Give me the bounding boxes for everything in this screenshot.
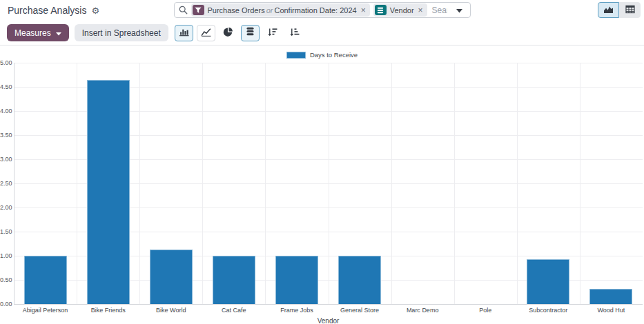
remove-groupby-icon[interactable]: × xyxy=(418,6,424,14)
filter-facet: Purchase OrdersorConfirmation Date: 2024… xyxy=(191,3,370,17)
insert-in-spreadsheet-button[interactable]: Insert in Spreadsheet xyxy=(75,24,168,41)
y-tick-label: 1.00 xyxy=(0,252,12,259)
stacked-icon xyxy=(246,27,255,39)
filter-facet-label: Purchase OrdersorConfirmation Date: 2024 xyxy=(208,6,357,14)
purchase-analysis-graph-view: Purchase Analysis ⚙ Purchase OrdersorCon… xyxy=(0,0,644,324)
x-tick-label: General Store xyxy=(329,307,391,314)
line-chart-icon xyxy=(201,28,211,39)
chevron-down-icon xyxy=(456,5,462,15)
bar-bike-world[interactable] xyxy=(150,250,193,304)
bar-cat-cafe[interactable] xyxy=(213,256,255,304)
view-switcher xyxy=(598,2,641,18)
sort-descending-button[interactable] xyxy=(263,25,282,41)
search-input[interactable] xyxy=(431,5,449,16)
bar-chart-button[interactable] xyxy=(175,25,193,41)
control-panel-top: Purchase Analysis ⚙ Purchase OrdersorCon… xyxy=(0,0,644,21)
x-axis: Abigail PetersonBike FriendsBike WorldCa… xyxy=(14,307,643,316)
bar-abigail-peterson[interactable] xyxy=(24,256,67,304)
bar-bike-friends[interactable] xyxy=(87,80,130,305)
sort-ascending-button[interactable] xyxy=(285,25,304,41)
y-tick-label: 3.00 xyxy=(0,156,12,163)
y-tick-label: 2.00 xyxy=(0,204,12,211)
v-gridline xyxy=(139,63,140,304)
search-icon xyxy=(179,6,188,14)
bar-chart-icon xyxy=(179,27,189,39)
x-tick-label: Wood Hut xyxy=(580,307,643,314)
search-bar[interactable]: Purchase OrdersorConfirmation Date: 2024… xyxy=(174,2,471,18)
v-gridline xyxy=(329,63,329,304)
y-tick-label: 4.00 xyxy=(0,108,12,114)
x-tick-label: Bike World xyxy=(139,307,202,314)
remove-filter-icon[interactable]: × xyxy=(360,6,367,14)
x-tick-label: Frame Jobs xyxy=(265,307,328,314)
stacked-toggle-button[interactable] xyxy=(241,25,260,41)
graph-view-icon xyxy=(603,5,614,16)
y-tick-label: 1.50 xyxy=(0,228,12,235)
x-tick-label: Marc Demo xyxy=(391,307,454,314)
pivot-view-button[interactable] xyxy=(619,2,641,18)
v-gridline xyxy=(77,63,77,304)
v-gridline xyxy=(517,63,518,304)
pie-chart-icon xyxy=(223,27,233,39)
sort-descending-icon xyxy=(267,28,277,39)
legend-swatch xyxy=(286,52,306,59)
x-tick-label: Subcontractor xyxy=(517,307,580,314)
graph-view-button[interactable] xyxy=(598,2,619,18)
plot-area xyxy=(14,63,643,304)
v-gridline xyxy=(202,63,203,304)
bar-wood-hut[interactable] xyxy=(589,289,632,304)
bar-frame-jobs[interactable] xyxy=(275,256,318,304)
x-tick-label: Abigail Peterson xyxy=(14,307,77,314)
y-tick-label: 2.50 xyxy=(0,180,12,187)
page-title: Purchase Analysis xyxy=(8,5,86,16)
y-tick-label: 0.00 xyxy=(0,301,12,307)
caret-down-icon xyxy=(56,28,61,38)
y-tick-label: 4.50 xyxy=(0,83,12,90)
y-tick-label: 3.50 xyxy=(0,132,12,139)
sort-ascending-icon xyxy=(289,28,300,39)
y-axis-line xyxy=(14,63,14,304)
x-tick-label: Bike Friends xyxy=(77,307,139,314)
breadcrumb: Purchase Analysis ⚙ xyxy=(8,0,99,21)
legend-label: Days to Receive xyxy=(310,51,358,59)
measures-button[interactable]: Measures xyxy=(7,24,69,41)
x-tick-label: Pole xyxy=(454,307,517,314)
pie-chart-button[interactable] xyxy=(219,25,237,41)
v-gridline xyxy=(265,63,266,304)
filter-icon xyxy=(193,5,204,15)
bar-general-store[interactable] xyxy=(338,256,381,304)
control-panel-bottom: Measures Insert in Spreadsheet xyxy=(0,21,644,45)
y-tick-label: 5.00 xyxy=(0,59,12,66)
measures-button-label: Measures xyxy=(14,28,51,38)
bar-subcontractor[interactable] xyxy=(527,259,569,304)
groupby-facet: Vendor × xyxy=(373,3,427,17)
groupby-facet-label: Vendor xyxy=(390,6,414,14)
x-axis-title: Vendor xyxy=(14,317,643,324)
gear-icon[interactable]: ⚙ xyxy=(91,6,99,15)
line-chart-button[interactable] xyxy=(197,25,215,41)
y-tick-label: 0.50 xyxy=(0,276,12,283)
h-gridline xyxy=(14,304,643,305)
v-gridline xyxy=(391,63,392,304)
x-tick-label: Cat Cafe xyxy=(202,307,265,314)
pivot-view-icon xyxy=(625,5,635,16)
search-dropdown-toggle[interactable] xyxy=(452,3,467,17)
group-by-icon xyxy=(375,5,387,15)
v-gridline xyxy=(454,63,455,304)
chart-container: Days to Receive Abigail PetersonBike Fri… xyxy=(0,45,644,324)
v-gridline xyxy=(580,63,580,304)
chart-legend[interactable]: Days to Receive xyxy=(0,51,644,59)
